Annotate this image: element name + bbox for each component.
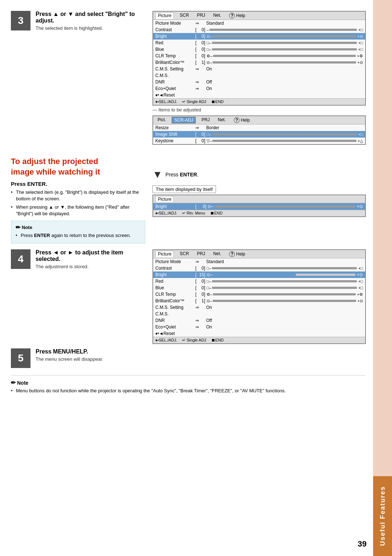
row-bar: □– <box>207 286 357 290</box>
press-enter-arrow: ▼ Press ENTER. <box>152 169 366 180</box>
heading-line1: To adjust the projected <box>11 157 98 166</box>
bar-fill <box>213 274 295 276</box>
bottom-note: ✏ Note Menu buttons do not function whil… <box>11 375 366 394</box>
row-arrow: ⇒ <box>195 324 199 330</box>
row-label: Red <box>155 40 195 45</box>
row-label: C.M.S. Setting <box>155 305 195 310</box>
press-enter-label: Press ENTER. <box>11 181 145 187</box>
small-screen-header: Picture <box>153 195 365 203</box>
row-clr-temp: CLR Temp [ 0] ⚙– +⚙ <box>153 53 365 59</box>
item-display-label: The item displayed by itself <box>152 185 216 193</box>
tab-prj3: PRJ <box>195 251 208 257</box>
row-label: Blue <box>155 285 195 290</box>
bar-track <box>213 35 356 37</box>
row-value-mode: Off <box>206 318 212 323</box>
row-value: 0] <box>197 266 205 271</box>
step5-block: 5 Press MENU/HELP. The menu screen will … <box>11 348 366 368</box>
row-brilliant-color3: BrilliantColor™ [ 1] ⊙– +⊙ <box>153 298 365 304</box>
row-value: 1] <box>197 298 205 303</box>
step4-content: Press ◄ or ► to adjust the item selected… <box>36 249 145 269</box>
row-label: Eco+Quiet <box>155 324 195 330</box>
footer-sel: ♦•SEL./ADJ. <box>155 99 177 104</box>
row-dnr3: DNR ⇒ Off <box>153 317 365 324</box>
row-value: 0] <box>197 292 205 297</box>
row-blue: Blue [ 0] □– +□ <box>153 46 365 53</box>
row-label: Eco+Quiet <box>155 86 195 91</box>
row-arrow: ⇒ <box>195 305 199 310</box>
screen1-header: Picture SCR PRJ Net. ? Help <box>153 12 365 20</box>
tab-help3: ? Help <box>227 251 247 257</box>
row-reset: ♦•◄Reset <box>153 92 365 98</box>
bottom-note-list: Menu buttons do not function while the p… <box>11 388 366 394</box>
row-label: DNR <box>155 318 195 323</box>
row-keystone: Keystone [ 0] ▽– +△ <box>153 138 365 144</box>
row-arrow: ⇒ <box>195 66 199 71</box>
bar-track <box>209 29 356 31</box>
right-sidebar: Useful Features <box>373 0 392 556</box>
row-arrow: ⇒ <box>195 79 199 85</box>
note-icon: ✏ <box>16 224 20 231</box>
tab-net3: Net. <box>211 251 223 257</box>
row-value: 0] <box>197 40 205 45</box>
note-label: Note <box>22 225 32 230</box>
row-brilliant-color: BrilliantColor™ [ 1] ⊙– +⊙ <box>153 59 365 66</box>
step3-subtitle: The selected item is highlighted. <box>36 25 145 31</box>
row-label: CLR Temp <box>155 292 195 297</box>
row-value-mode: On <box>206 86 212 91</box>
tab-net2: Net. <box>216 117 228 123</box>
screen1-footer: ♦•SEL./ADJ. ↵ Single ADJ ⏹END <box>153 98 365 105</box>
note-title: ✏ Note <box>16 224 140 231</box>
row-label: CLR Temp <box>155 53 195 58</box>
row-label: C.M.S. <box>155 73 195 78</box>
note-icon: ✏ <box>11 379 16 386</box>
bar-track <box>215 205 355 208</box>
bullet-list: The selected item (e.g. "Bright") is dis… <box>11 189 145 217</box>
screen2-header: Pict. SCR-ADJ PRJ Net. ? Help <box>153 116 365 124</box>
small-screen-footer: ♦•SEL./ADJ. ↵ Rtn. Menu ⏹END <box>153 210 365 216</box>
row-label: Picture Mode <box>155 21 195 26</box>
bullet-2: When pressing ▲ or ▼, the following item… <box>11 204 145 217</box>
middle-left: To adjust the projected image while watc… <box>11 151 145 244</box>
row-value: 0] <box>197 279 205 284</box>
middle-section: To adjust the projected image while watc… <box>11 151 366 244</box>
press-enter-right: Press ENTER. <box>166 172 199 177</box>
row-label: Contrast <box>155 27 195 32</box>
row-label: Keystone <box>155 138 195 143</box>
middle-right: ▼ Press ENTER. The item displayed by its… <box>152 151 366 244</box>
row-image-shift: Image Shift [ 0] □– +□ <box>153 131 365 138</box>
tab-help: ? Help <box>227 12 247 19</box>
tab-net: Net. <box>211 12 223 19</box>
row-label: Image Shift <box>155 132 195 137</box>
row-arrow: ⇒ <box>195 21 199 26</box>
screen3: Picture SCR PRJ Net. ? Help Picture Mode… <box>152 249 366 344</box>
row-label: Resize <box>155 125 195 130</box>
bar-track <box>213 55 355 57</box>
step3-number: 3 <box>11 11 30 30</box>
step3-right: Picture SCR PRJ Net. ? Help Picture Mode… <box>152 11 366 145</box>
row-red: Red [ 0] □– +□ <box>153 40 365 46</box>
footer-sel: ♦•SEL./ADJ. <box>155 211 177 216</box>
footer-rtn: ↵ Rtn. Menu <box>182 211 205 216</box>
step5-content: Press MENU/HELP. The menu screen will di… <box>36 348 366 368</box>
row-label: Red <box>155 279 195 284</box>
footer-single: ↵ Single ADJ <box>182 338 206 343</box>
row-value: 0] <box>197 138 205 143</box>
tab-scr-adj: SCR-ADJ <box>172 117 196 123</box>
row-bar: □– <box>207 266 357 270</box>
screen3-footer: ♦•SEL./ADJ. ↵ Single ADJ ⏹END <box>153 337 365 343</box>
bar-track <box>212 280 357 282</box>
note-label: Note <box>17 380 28 386</box>
tab-prj: PRJ <box>195 12 208 19</box>
tab-picture-small: Picture <box>155 196 174 202</box>
row-arrow: ⇒ <box>195 86 199 91</box>
bar-track <box>212 140 356 142</box>
row-bar: □– <box>207 47 357 52</box>
row-label: BrilliantColor™ <box>155 298 195 303</box>
row-contrast: Contrast [ 0] – +□ <box>153 26 365 33</box>
row-value-mode: On <box>206 305 212 310</box>
row-bar <box>215 205 355 208</box>
row-value-mode: On <box>206 324 212 330</box>
items-label: — Items to be adjusted <box>152 107 366 113</box>
row-label: Contrast <box>155 266 195 271</box>
small-screen: Picture Bright [ 0 ] ⊙– +⊙ ♦•SEL./ADJ. ↵… <box>152 195 366 217</box>
